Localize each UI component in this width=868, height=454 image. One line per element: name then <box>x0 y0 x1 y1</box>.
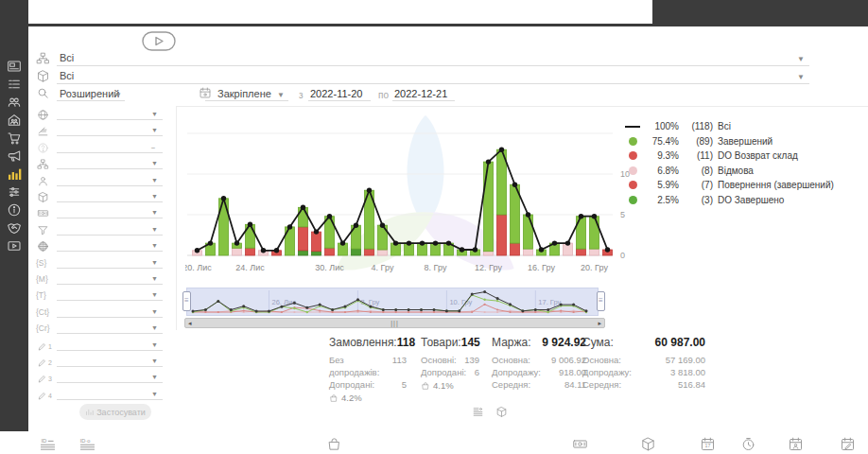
sidebar-item-settings[interactable] <box>7 184 22 200</box>
col-money[interactable] <box>572 436 588 452</box>
bar-segment-red[interactable] <box>577 249 586 255</box>
filter-select-6[interactable] <box>57 190 163 202</box>
sidebar-item-marketing[interactable] <box>7 148 22 164</box>
line-point[interactable] <box>195 248 200 253</box>
line-point[interactable] <box>407 240 411 245</box>
filter-select-7[interactable] <box>57 206 163 218</box>
bar-segment-pink[interactable] <box>590 249 599 255</box>
line-point[interactable] <box>433 240 438 245</box>
col-id[interactable]: ID <box>40 436 56 452</box>
col-product[interactable] <box>640 436 656 452</box>
filter-select-9[interactable] <box>57 239 163 252</box>
line-point[interactable] <box>512 183 517 187</box>
date-from-input[interactable]: 2022-11-20 <box>310 88 362 99</box>
legend-item[interactable]: 9.3%(11)DO Возврат склад <box>622 148 834 164</box>
bar-segment-red[interactable] <box>325 248 335 255</box>
filter-select-15[interactable] <box>57 339 163 351</box>
line-point[interactable] <box>420 240 425 245</box>
line-point[interactable] <box>208 240 213 245</box>
sidebar-item-shop[interactable] <box>7 131 22 146</box>
line-point[interactable] <box>565 240 570 245</box>
line-point[interactable] <box>287 224 292 229</box>
chevron-down-icon[interactable]: ▼ <box>151 259 158 266</box>
line-point[interactable] <box>393 240 398 245</box>
filter-select-10[interactable] <box>57 256 163 269</box>
chevron-down-icon[interactable]: ▼ <box>151 242 158 249</box>
chevron-down-icon[interactable]: ▼ <box>151 308 158 315</box>
date-to-input[interactable]: 2022-12-21 <box>394 88 447 99</box>
line-point[interactable] <box>221 196 226 201</box>
chevron-down-icon[interactable]: ▼ <box>151 391 158 397</box>
col-date[interactable]: 17 <box>700 436 716 452</box>
chevron-down-icon[interactable]: ▼ <box>151 111 158 117</box>
chevron-down-icon[interactable]: ▼ <box>277 91 285 99</box>
line-point[interactable] <box>234 240 239 245</box>
bar-segment-dgreen[interactable] <box>299 251 308 255</box>
line-point[interactable] <box>473 247 477 252</box>
video-lessons-button[interactable] <box>142 31 176 51</box>
chart-scrollbar[interactable]: ◂ ||| ▸ <box>184 318 605 328</box>
chevron-down-icon[interactable]: – <box>151 144 155 150</box>
bar-segment-green[interactable] <box>524 215 533 249</box>
bar-segment-red[interactable] <box>497 215 507 255</box>
legend-item[interactable]: 6.8%(8)Відмова <box>622 164 834 179</box>
bar-segment-pink[interactable] <box>524 249 533 255</box>
line-point[interactable] <box>354 223 358 228</box>
bar-segment-dgreen[interactable] <box>352 249 361 255</box>
chevron-down-icon[interactable]: ▼ <box>151 127 158 133</box>
filter-select-5[interactable] <box>57 174 163 186</box>
bar-segment-red[interactable] <box>246 248 255 255</box>
legend-item[interactable]: 2.5%(3)DO Завершено <box>622 193 834 208</box>
chevron-down-icon[interactable]: ▼ <box>151 291 158 298</box>
chart-range-preview[interactable]: 26. Лис3. Гру10. Гру17. Гру <box>186 288 599 316</box>
sidebar-item-video[interactable] <box>7 238 22 253</box>
bar-segment-red[interactable] <box>299 227 308 251</box>
sidebar-item-orders[interactable] <box>7 77 22 92</box>
line-point[interactable] <box>261 248 266 253</box>
filter-select-17[interactable] <box>57 371 163 383</box>
bar-segment-red[interactable] <box>312 232 321 252</box>
chevron-down-icon[interactable]: ▼ <box>151 209 158 216</box>
line-point[interactable] <box>592 214 597 218</box>
filter-select-1[interactable] <box>57 108 163 120</box>
line-point[interactable] <box>579 214 583 218</box>
bar-segment-pink[interactable] <box>378 250 388 255</box>
line-point[interactable] <box>380 223 385 228</box>
col-time[interactable] <box>740 436 756 452</box>
bar-segment-green[interactable] <box>590 217 599 249</box>
orders-chart[interactable]: 051020. Лис24. Лис30. Лис4. Гру8. Гру12.… <box>185 112 634 280</box>
line-point[interactable] <box>605 247 610 252</box>
bar-segment-green[interactable] <box>484 162 494 252</box>
scroll-right-arrow[interactable]: ▸ <box>598 320 601 327</box>
bar-segment-red[interactable] <box>365 249 374 255</box>
col-basket[interactable] <box>326 436 342 452</box>
chevron-down-icon[interactable]: ▼ <box>151 160 158 166</box>
filter-structure-select[interactable]: Всі <box>60 52 74 63</box>
list-view-icon[interactable] <box>472 405 484 417</box>
line-point[interactable] <box>460 247 464 252</box>
chevron-down-icon[interactable]: ▼ <box>151 374 158 380</box>
chevron-down-icon[interactable]: ▼ <box>151 177 158 183</box>
line-point[interactable] <box>499 148 504 152</box>
sidebar-item-clients[interactable] <box>7 95 22 110</box>
filter-select-4[interactable] <box>57 157 163 169</box>
line-point[interactable] <box>314 229 319 234</box>
filter-select-3[interactable] <box>57 141 163 153</box>
filter-select-8[interactable] <box>57 223 163 236</box>
sidebar-item-dashboard[interactable] <box>7 59 22 74</box>
chevron-down-icon[interactable]: ▼ <box>151 275 158 282</box>
chevron-down-icon[interactable]: ▼ <box>151 358 158 364</box>
bar-segment-green[interactable] <box>299 207 308 227</box>
chevron-down-icon[interactable]: ▼ <box>151 226 158 233</box>
chevron-down-icon[interactable]: ▼ <box>151 324 158 331</box>
sidebar-item-partners[interactable] <box>7 220 22 236</box>
line-point[interactable] <box>552 240 557 245</box>
chevron-down-icon[interactable]: ▼ <box>797 73 805 81</box>
filter-select-18[interactable] <box>57 388 163 400</box>
date-mode-select[interactable]: Закріплене <box>217 88 271 99</box>
line-point[interactable] <box>327 214 332 218</box>
filter-select-14[interactable] <box>57 322 163 334</box>
bar-segment-pink[interactable] <box>233 248 242 255</box>
line-point[interactable] <box>301 205 305 210</box>
product-view-icon[interactable] <box>495 405 508 417</box>
